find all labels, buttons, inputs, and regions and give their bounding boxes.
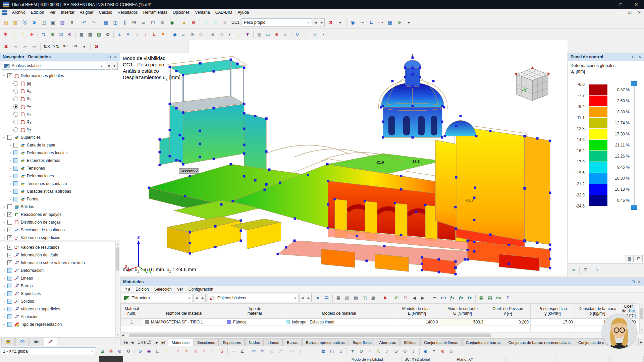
tb-undo[interactable]: ↶ [80,18,89,27]
selection-handle[interactable] [489,234,492,236]
tb-settings-gears[interactable]: ⚙ [30,18,39,27]
radio-button[interactable] [13,97,18,101]
expander-icon[interactable]: › [8,174,13,178]
tb-table-fill[interactable]: ▩ [369,294,377,302]
cell-value[interactable]: 1 [121,319,143,325]
checkbox[interactable] [13,174,18,178]
expander-icon[interactable]: › [2,213,7,217]
selection-handle[interactable] [473,219,476,221]
selection-handle[interactable] [404,67,407,69]
tb-tables[interactable]: ▦ [102,18,110,27]
table-tab-superficies[interactable]: Superficies [349,338,375,346]
selection-handle[interactable] [326,163,329,166]
selection-handle[interactable] [175,107,178,110]
tb-delete-entries[interactable]: ✖ [381,294,389,302]
tree-item-valores-en-superficies[interactable]: ›Valores en superficies [0,305,120,313]
expander-icon[interactable]: › [8,151,13,155]
tb-result-navigator[interactable]: ≡ [570,266,578,274]
tb-new-model[interactable]: ▤ [2,18,10,27]
selection-handle[interactable] [189,252,191,255]
selection-handle[interactable] [382,136,384,139]
tb-dim-angular[interactable]: ∠ [238,347,246,355]
selection-handle[interactable] [524,240,526,242]
selection-handle[interactable] [243,153,246,155]
tb-object-snap[interactable]: ◉ [145,347,153,355]
selection-handle[interactable] [549,267,551,269]
tree-item-cara-de-la-capa[interactable]: ›Cara de la capa [0,141,120,149]
prev-table-button[interactable]: ◀ [194,294,199,302]
next-table-button[interactable]: ▶ [200,294,206,302]
radio-button[interactable] [13,120,18,124]
selection-handle[interactable] [419,76,421,78]
tb-section-planes[interactable]: ∥ [120,18,129,27]
table-tab-conjuntos-de-barras-representativos[interactable]: Conjuntos de barras representativos [505,338,574,346]
selection-handle[interactable] [307,174,309,176]
table-tab-materiales[interactable]: Materiales [168,338,193,346]
selection-handle[interactable] [454,267,457,269]
tb-window-cascade[interactable]: ▱ [139,18,148,27]
table-tab-sólidos[interactable]: Sólidos [400,338,420,346]
tb-table-print[interactable]: ▥ [343,294,351,302]
tb-select-rows[interactable]: ▤ [323,294,331,302]
tb-edit-objects[interactable]: ✱ [2,31,10,39]
tree-item-esfuerzos-internos[interactable]: ›Esfuerzos internos [0,157,120,164]
tree-item-superficies[interactable]: ›Superficies [0,133,120,141]
tb-result-export[interactable]: ➤ [395,18,404,27]
checkbox[interactable] [7,284,12,288]
checkbox[interactable] [7,268,12,273]
selection-handle[interactable] [240,230,242,232]
tb-home-view[interactable]: ⌂ [447,347,455,355]
selection-handle[interactable] [524,135,526,137]
tb-insert-row[interactable]: ⊞ [393,294,401,302]
column-header-[interactable]: Coef. de Poissonν [--] [485,304,531,319]
selection-handle[interactable] [243,67,246,69]
tb-pin-origin[interactable]: ✚ [107,347,115,355]
cell-value[interactable]: 583.3 [440,319,485,325]
tb-state-c[interactable]: ■ [220,18,229,27]
tb-levels[interactable]: ≡ [430,347,438,355]
tb-select-special[interactable]: ▲ [180,18,189,27]
checkbox[interactable] [13,197,18,201]
selection-handle[interactable] [438,258,440,261]
tb-view-box-1[interactable]: ▱ [11,42,20,51]
selection-handle[interactable] [243,112,246,115]
tb-node-coordinates[interactable]: ⊡ [57,31,65,39]
tb-draw-line[interactable]: ∕ [174,347,182,355]
table-tab-barras[interactable]: Barras [283,338,302,346]
selection-handle[interactable] [189,242,191,244]
tb-filter-view[interactable]: ▼ [348,347,357,355]
selection-handle[interactable] [383,245,386,247]
tb-mirror-copy[interactable]: ◁ [311,31,319,39]
table-tab-líneas[interactable]: Líneas [264,338,283,346]
selection-handle[interactable] [232,200,234,202]
selection-handle[interactable] [421,263,423,265]
expander-icon[interactable]: › [8,197,13,201]
tb-apply-values[interactable]: ⇊ [367,18,376,27]
tb-table-columns[interactable]: ◫ [361,294,369,302]
tb-print-preview[interactable]: ▥ [58,18,67,27]
tree-item-valores-en-superficies[interactable]: ›✓xxValores en superficies [0,234,120,240]
tb-slash-ref[interactable]: ∕ [383,347,391,355]
selection-handle[interactable] [199,143,201,145]
navigator-scrollbar[interactable]: ▴ ▾ [115,242,120,337]
selection-handle[interactable] [432,80,435,82]
radio-button[interactable] [13,127,18,132]
navigator-tab-result-diagram[interactable] [44,338,57,346]
checkbox[interactable] [7,307,12,311]
tree-item-líneas[interactable]: ›Líneas [0,274,120,282]
tb-array-copy[interactable]: ⋮ [319,31,327,39]
selection-handle[interactable] [236,63,239,65]
tb-formula-fx3[interactable]: ƒx [466,294,474,302]
cell-value[interactable]: 0.200 [485,319,531,325]
selection-handle[interactable] [421,269,423,272]
tb-drop-arrow[interactable]: ↓ [235,31,243,39]
checkbox[interactable]: ✓ [7,73,12,78]
tb-ortho-mode[interactable]: ∟ [154,347,162,355]
navigator-tab-eye[interactable] [15,338,29,346]
tb-draw-ellipse[interactable]: ◌ [209,347,217,355]
prev-load-case-button[interactable]: ◀ [313,18,318,26]
tb-open-model[interactable]: ▧ [11,18,20,27]
model-viewport[interactable]: Modo de visibilidad CC1 - Peso propio An… [120,53,568,276]
selection-handle[interactable] [394,202,396,204]
selection-handle[interactable] [182,74,184,76]
